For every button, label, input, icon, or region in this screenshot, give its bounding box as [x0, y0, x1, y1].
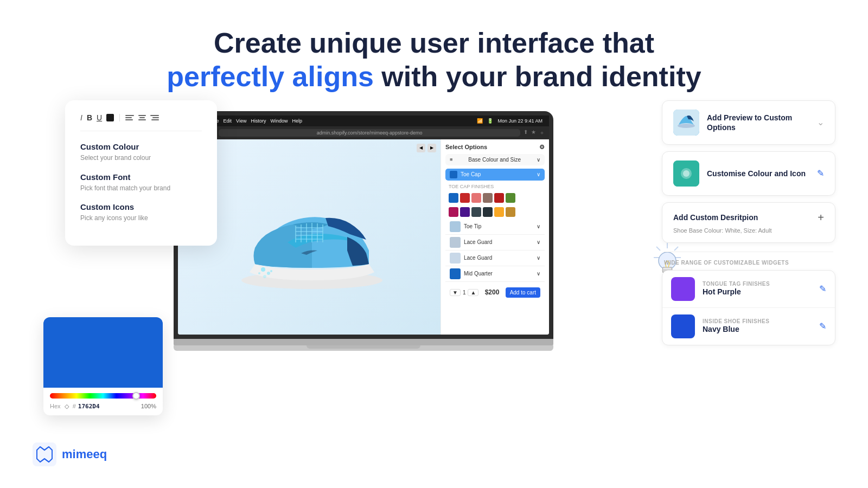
logo-icon — [33, 442, 56, 466]
inside-shoe-section-label: INSIDE SHOE FINISHES — [703, 318, 812, 324]
laptop-base-plate — [174, 345, 553, 351]
next-btn[interactable]: ▶ — [427, 144, 436, 152]
bookmark-icon[interactable]: ★ — [531, 129, 536, 137]
new-tab-icon[interactable]: ＋ — [539, 129, 545, 137]
widget-divider: WIDE RANGE OF CUSTOMIZABLE WIDGETS — [662, 249, 835, 270]
tongue-tag-item[interactable]: TONGUE TAG FINISHES Hot Purple ✎ — [662, 271, 835, 308]
swatch-pink[interactable] — [449, 207, 458, 217]
align-center-icon[interactable] — [138, 115, 146, 120]
options-settings-icon[interactable]: ⚙ — [539, 144, 545, 151]
add-to-cart-row: ▼ 1 ▲ $200 Add to cart — [445, 284, 545, 301]
laptop-screen-bezel:  Safari File Edit View History Window H… — [174, 111, 553, 339]
svg-point-17 — [678, 124, 695, 128]
swatch-dark[interactable] — [483, 207, 493, 217]
wifi-icon: 📶 — [477, 118, 483, 124]
hex-value[interactable]: 1762D4 — [78, 403, 100, 410]
opacity-value: 100% — [141, 403, 156, 409]
align-right-icon[interactable] — [150, 115, 159, 120]
tongue-tag-edit-icon[interactable]: ✎ — [819, 284, 826, 294]
hex-label: Hex — [50, 403, 61, 409]
swatch-green[interactable] — [506, 193, 515, 203]
add-to-cart-button[interactable]: Add to cart — [506, 287, 540, 298]
options-panel-title: Select Options ⚙ — [445, 144, 545, 151]
base-colour-header[interactable]: ■ Base Colour and Size ∨ — [445, 154, 545, 165]
colour-edit-icon[interactable]: ✎ — [817, 168, 824, 178]
swatch-blue[interactable] — [449, 193, 458, 203]
divider-line — [664, 252, 833, 252]
mac-menubar:  Safari File Edit View History Window H… — [178, 115, 549, 126]
color-picker-card: Hex ◇ # 1762D4 100% — [43, 317, 163, 415]
underline-icon[interactable]: U — [97, 113, 102, 122]
hex-hash-symbol: ◇ — [63, 403, 71, 410]
tongue-tag-section-label: TONGUE TAG FINISHES — [703, 281, 812, 287]
toe-cap-close[interactable]: ∨ — [537, 171, 540, 177]
inside-shoe-color — [671, 314, 695, 338]
prev-btn[interactable]: ◀ — [417, 144, 425, 152]
colour-option-text: Customise Colour and Icon — [707, 169, 809, 178]
mid-quarter-icon — [450, 268, 461, 279]
address-bar[interactable]: admin.shopify.com/store/mimeeq-appstore-… — [219, 129, 520, 137]
lace-guard-row[interactable]: Lace Guard ∨ — [445, 235, 545, 251]
header-title: Create unique user interface that perfec… — [0, 26, 868, 94]
align-left-icon[interactable] — [125, 115, 134, 120]
custom-font-desc: Pick font that match your brand — [80, 184, 202, 193]
menu-window: Window — [270, 118, 288, 124]
add-preview-item[interactable]: Add Preview to Custom Options ⌄ — [662, 100, 835, 145]
inside-shoe-item[interactable]: INSIDE SHOE FINISHES Navy Blue ✎ — [662, 308, 835, 345]
colour-thumb — [673, 160, 699, 187]
lace-guard2-icon — [450, 253, 461, 264]
svg-line-24 — [656, 247, 660, 251]
svg-point-11 — [261, 267, 265, 272]
time-display: Mon Jun 22 9:41 AM — [497, 118, 542, 124]
swatch-purple[interactable] — [460, 207, 470, 217]
svg-point-14 — [270, 270, 272, 272]
color-picker-controls: Hex ◇ # 1762D4 100% — [43, 388, 163, 415]
settings-card: I B U Custom Colour Select your brand c — [65, 100, 217, 246]
swatch-light-red[interactable] — [471, 193, 481, 203]
expand-icon: ∨ — [537, 157, 540, 163]
carousel-controls: ◀ ▶ — [417, 144, 436, 152]
widget-card: TONGUE TAG FINISHES Hot Purple ✎ INSIDE … — [662, 270, 835, 345]
colour-option-label: Customise Colour and Icon — [707, 169, 809, 178]
color-swatch-preview[interactable] — [43, 317, 163, 388]
customise-colour-item[interactable]: Customise Colour and Icon ✎ — [662, 151, 835, 196]
options-panel: Select Options ⚙ ■ Base Colour and Size … — [441, 139, 549, 335]
svg-point-15 — [263, 275, 266, 278]
quantity-control[interactable]: ▼ 1 ▲ — [450, 289, 478, 296]
left-settings-panel: I B U Custom Colour Select your brand c — [65, 100, 217, 246]
toe-cap-selected[interactable]: Toe Cap ∨ — [445, 169, 545, 181]
widget-section-label: WIDE RANGE OF CUSTOMIZABLE WIDGETS — [664, 258, 833, 270]
share-icon[interactable]: ⬆ — [524, 129, 528, 137]
lace-guard-row2[interactable]: Lace Guard ∨ — [445, 251, 545, 266]
mid-quarter-row[interactable]: Mid Quarter ∨ — [445, 266, 545, 282]
custom-colour-desc: Select your brand colour — [80, 153, 202, 163]
qty-down[interactable]: ▼ — [450, 289, 461, 296]
swatch-brown[interactable] — [483, 193, 493, 203]
inside-shoe-edit-icon[interactable]: ✎ — [819, 321, 826, 331]
mac-status-bar: 📶 🔋 Mon Jun 22 9:41 AM — [477, 118, 542, 124]
swatch-amber[interactable] — [494, 207, 504, 217]
svg-point-20 — [683, 170, 690, 177]
qty-up[interactable]: ▲ — [468, 289, 478, 296]
swatch-slate[interactable] — [471, 207, 481, 217]
swatch-tan[interactable] — [506, 207, 515, 217]
color-spectrum-slider[interactable] — [50, 393, 156, 399]
swatch-dark-red[interactable] — [494, 193, 504, 203]
preview-chevron-icon[interactable]: ⌄ — [817, 117, 824, 127]
base-colour-group: ■ Base Colour and Size ∨ — [445, 154, 545, 165]
color-picker-row: Hex ◇ # 1762D4 100% — [50, 403, 156, 410]
bold-icon[interactable]: B — [87, 113, 92, 122]
custom-colour-section: Custom Colour Select your brand colour — [80, 142, 202, 163]
svg-point-13 — [258, 272, 260, 274]
add-desc-icon[interactable]: + — [818, 211, 824, 224]
menu-view: View — [236, 118, 246, 124]
toe-tip-row[interactable]: Toe Tip ∨ — [445, 219, 545, 235]
spectrum-thumb — [132, 392, 140, 400]
menu-edit: Edit — [224, 118, 232, 124]
color-box-icon[interactable] — [106, 114, 114, 121]
shoe-display-area: ◀ ▶ — [178, 139, 441, 335]
swatch-red[interactable] — [460, 193, 470, 203]
italic-icon[interactable]: I — [80, 113, 82, 122]
custom-icons-desc: Pick any icons your like — [80, 214, 202, 223]
custom-desc-item[interactable]: Add Custom Desritpion + Shoe Base Colour… — [662, 202, 835, 243]
